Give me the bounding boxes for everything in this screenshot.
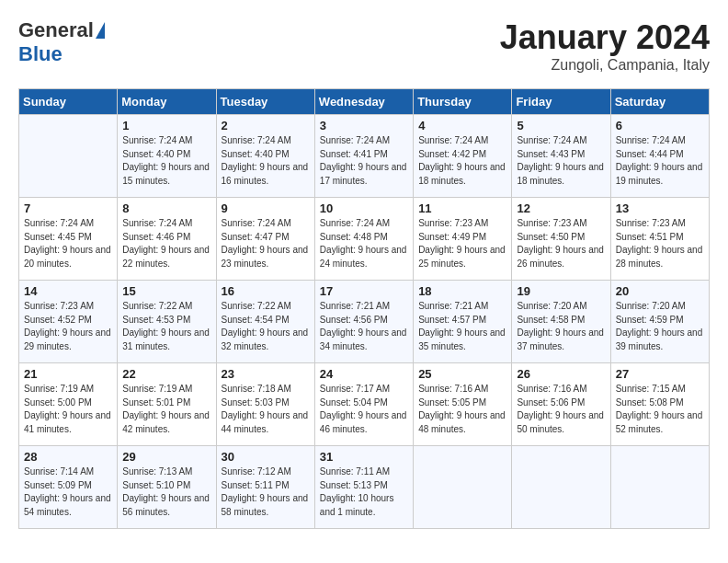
- day-number: 29: [122, 450, 210, 464]
- day-info: Sunrise: 7:16 AMSunset: 5:05 PMDaylight:…: [418, 383, 506, 436]
- weekday-header-row: SundayMondayTuesdayWednesdayThursdayFrid…: [19, 89, 710, 115]
- day-info: Sunrise: 7:23 AMSunset: 4:49 PMDaylight:…: [418, 217, 506, 270]
- calendar-cell: 25Sunrise: 7:16 AMSunset: 5:05 PMDayligh…: [414, 363, 512, 446]
- calendar-week-row: 28Sunrise: 7:14 AMSunset: 5:09 PMDayligh…: [19, 446, 710, 529]
- calendar-cell: [610, 446, 709, 529]
- day-number: 15: [122, 284, 210, 298]
- day-number: 21: [24, 367, 112, 381]
- calendar-cell: 29Sunrise: 7:13 AMSunset: 5:10 PMDayligh…: [118, 446, 216, 529]
- calendar-cell: 13Sunrise: 7:23 AMSunset: 4:51 PMDayligh…: [610, 198, 709, 281]
- day-info: Sunrise: 7:23 AMSunset: 4:50 PMDaylight:…: [517, 217, 605, 270]
- day-number: 28: [24, 450, 112, 464]
- calendar-cell: 17Sunrise: 7:21 AMSunset: 4:56 PMDayligh…: [314, 281, 413, 363]
- day-number: 12: [517, 201, 605, 215]
- day-number: 30: [222, 450, 310, 464]
- calendar-cell: 21Sunrise: 7:19 AMSunset: 5:00 PMDayligh…: [19, 363, 118, 446]
- calendar-cell: 14Sunrise: 7:23 AMSunset: 4:52 PMDayligh…: [19, 281, 118, 363]
- calendar-cell: 20Sunrise: 7:20 AMSunset: 4:59 PMDayligh…: [610, 281, 709, 363]
- day-info: Sunrise: 7:21 AMSunset: 4:56 PMDaylight:…: [320, 300, 408, 353]
- calendar-cell: 27Sunrise: 7:15 AMSunset: 5:08 PMDayligh…: [610, 363, 709, 446]
- calendar-cell: 8Sunrise: 7:24 AMSunset: 4:46 PMDaylight…: [118, 198, 216, 281]
- calendar-cell: 11Sunrise: 7:23 AMSunset: 4:49 PMDayligh…: [414, 198, 512, 281]
- title-block: January 2024 Zungoli, Campania, Italy: [500, 18, 710, 74]
- calendar-week-row: 1Sunrise: 7:24 AMSunset: 4:40 PMDaylight…: [19, 115, 710, 198]
- day-number: 9: [222, 201, 310, 215]
- calendar-cell: [414, 446, 512, 529]
- day-number: 4: [418, 119, 506, 132]
- calendar-cell: [19, 115, 118, 198]
- day-number: 24: [320, 367, 408, 381]
- calendar-cell: 15Sunrise: 7:22 AMSunset: 4:53 PMDayligh…: [118, 281, 216, 363]
- day-info: Sunrise: 7:14 AMSunset: 5:09 PMDaylight:…: [24, 465, 112, 519]
- day-number: 13: [616, 201, 704, 215]
- calendar-cell: 9Sunrise: 7:24 AMSunset: 4:47 PMDaylight…: [216, 198, 314, 281]
- day-info: Sunrise: 7:13 AMSunset: 5:10 PMDaylight:…: [122, 465, 210, 519]
- day-info: Sunrise: 7:24 AMSunset: 4:44 PMDaylight:…: [616, 134, 704, 188]
- calendar-week-row: 21Sunrise: 7:19 AMSunset: 5:00 PMDayligh…: [19, 363, 710, 446]
- calendar-cell: 22Sunrise: 7:19 AMSunset: 5:01 PMDayligh…: [118, 363, 216, 446]
- calendar-cell: 30Sunrise: 7:12 AMSunset: 5:11 PMDayligh…: [216, 446, 314, 529]
- calendar-week-row: 14Sunrise: 7:23 AMSunset: 4:52 PMDayligh…: [19, 281, 710, 363]
- day-number: 27: [616, 367, 704, 381]
- calendar-cell: 23Sunrise: 7:18 AMSunset: 5:03 PMDayligh…: [216, 363, 314, 446]
- day-info: Sunrise: 7:20 AMSunset: 4:59 PMDaylight:…: [616, 300, 704, 353]
- day-info: Sunrise: 7:24 AMSunset: 4:40 PMDaylight:…: [122, 134, 210, 188]
- day-info: Sunrise: 7:24 AMSunset: 4:48 PMDaylight:…: [320, 217, 408, 270]
- day-number: 11: [418, 201, 506, 215]
- day-number: 7: [24, 201, 112, 215]
- day-info: Sunrise: 7:23 AMSunset: 4:52 PMDaylight:…: [24, 300, 112, 353]
- calendar-cell: 12Sunrise: 7:23 AMSunset: 4:50 PMDayligh…: [512, 198, 610, 281]
- day-info: Sunrise: 7:16 AMSunset: 5:06 PMDaylight:…: [517, 383, 605, 436]
- day-info: Sunrise: 7:19 AMSunset: 5:00 PMDaylight:…: [24, 383, 112, 436]
- day-info: Sunrise: 7:15 AMSunset: 5:08 PMDaylight:…: [616, 383, 704, 436]
- calendar-table: SundayMondayTuesdayWednesdayThursdayFrid…: [18, 88, 710, 529]
- day-number: 2: [222, 119, 310, 132]
- calendar-cell: 3Sunrise: 7:24 AMSunset: 4:41 PMDaylight…: [314, 115, 413, 198]
- day-number: 14: [24, 284, 112, 298]
- calendar-cell: 24Sunrise: 7:17 AMSunset: 5:04 PMDayligh…: [314, 363, 413, 446]
- day-number: 17: [320, 284, 408, 298]
- day-number: 19: [517, 284, 605, 298]
- day-number: 1: [122, 119, 210, 132]
- day-number: 6: [616, 119, 704, 132]
- day-info: Sunrise: 7:11 AMSunset: 5:13 PMDaylight:…: [320, 465, 408, 519]
- day-number: 22: [122, 367, 210, 381]
- day-info: Sunrise: 7:19 AMSunset: 5:01 PMDaylight:…: [122, 383, 210, 436]
- weekday-header-sunday: Sunday: [19, 89, 118, 115]
- calendar-cell: 19Sunrise: 7:20 AMSunset: 4:58 PMDayligh…: [512, 281, 610, 363]
- day-number: 3: [320, 119, 408, 132]
- day-info: Sunrise: 7:21 AMSunset: 4:57 PMDaylight:…: [418, 300, 506, 353]
- day-info: Sunrise: 7:24 AMSunset: 4:46 PMDaylight:…: [122, 217, 210, 270]
- day-number: 23: [222, 367, 310, 381]
- calendar-cell: 7Sunrise: 7:24 AMSunset: 4:45 PMDaylight…: [19, 198, 118, 281]
- day-info: Sunrise: 7:18 AMSunset: 5:03 PMDaylight:…: [222, 383, 310, 436]
- location-text: Zungoli, Campania, Italy: [500, 57, 710, 74]
- logo: General Blue: [18, 18, 105, 66]
- day-info: Sunrise: 7:24 AMSunset: 4:42 PMDaylight:…: [418, 134, 506, 188]
- day-number: 8: [122, 201, 210, 215]
- weekday-header-thursday: Thursday: [414, 89, 512, 115]
- calendar-cell: [512, 446, 610, 529]
- day-info: Sunrise: 7:17 AMSunset: 5:04 PMDaylight:…: [320, 383, 408, 436]
- day-info: Sunrise: 7:24 AMSunset: 4:45 PMDaylight:…: [24, 217, 112, 270]
- page-header: General Blue January 2024 Zungoli, Campa…: [18, 18, 710, 74]
- logo-general-text: General: [18, 18, 94, 42]
- day-number: 16: [222, 284, 310, 298]
- calendar-cell: 18Sunrise: 7:21 AMSunset: 4:57 PMDayligh…: [414, 281, 512, 363]
- day-number: 10: [320, 201, 408, 215]
- weekday-header-friday: Friday: [512, 89, 610, 115]
- day-number: 18: [418, 284, 506, 298]
- calendar-cell: 26Sunrise: 7:16 AMSunset: 5:06 PMDayligh…: [512, 363, 610, 446]
- calendar-cell: 16Sunrise: 7:22 AMSunset: 4:54 PMDayligh…: [216, 281, 314, 363]
- day-number: 31: [320, 450, 408, 464]
- day-info: Sunrise: 7:20 AMSunset: 4:58 PMDaylight:…: [517, 300, 605, 353]
- calendar-cell: 31Sunrise: 7:11 AMSunset: 5:13 PMDayligh…: [314, 446, 413, 529]
- day-info: Sunrise: 7:24 AMSunset: 4:40 PMDaylight:…: [222, 134, 310, 188]
- logo-triangle-icon: [96, 22, 105, 39]
- calendar-cell: 5Sunrise: 7:24 AMSunset: 4:43 PMDaylight…: [512, 115, 610, 198]
- weekday-header-wednesday: Wednesday: [314, 89, 413, 115]
- calendar-week-row: 7Sunrise: 7:24 AMSunset: 4:45 PMDaylight…: [19, 198, 710, 281]
- day-number: 26: [517, 367, 605, 381]
- weekday-header-tuesday: Tuesday: [216, 89, 314, 115]
- weekday-header-monday: Monday: [118, 89, 216, 115]
